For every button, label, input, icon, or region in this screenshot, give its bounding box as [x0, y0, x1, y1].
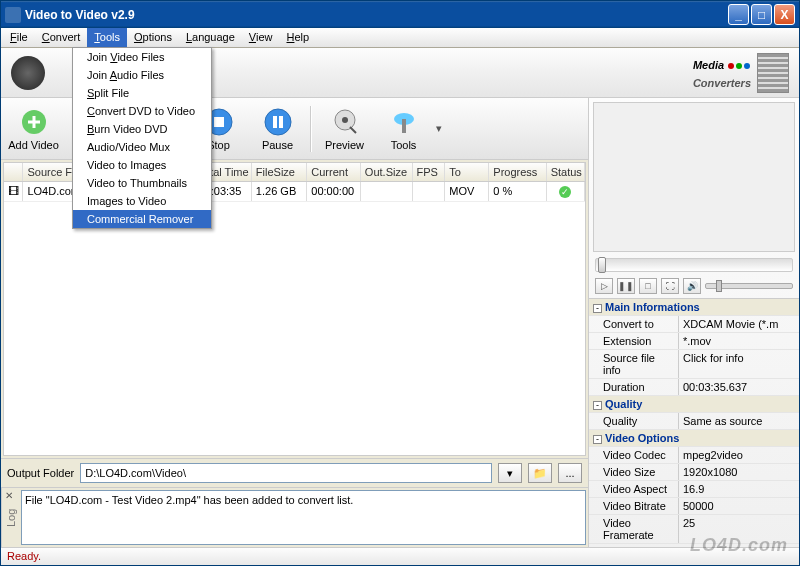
menu-language[interactable]: Language: [179, 28, 242, 47]
preview-panel: [593, 102, 795, 252]
preview-icon: [330, 107, 360, 137]
stop-icon[interactable]: □: [639, 278, 657, 294]
col-filesize[interactable]: FileSize: [252, 163, 307, 181]
prop-row[interactable]: Video Bitrate50000: [589, 498, 799, 515]
col-progress[interactable]: Progress: [489, 163, 546, 181]
menu-item-video-to-thumbnails[interactable]: Video to Thumbnails: [73, 174, 211, 192]
menu-help[interactable]: Help: [280, 28, 317, 47]
prop-category-quality[interactable]: -Quality: [589, 396, 799, 413]
menu-item-convert-dvd-to-video[interactable]: Convert DVD to Video: [73, 102, 211, 120]
volume-slider[interactable]: [705, 283, 793, 289]
minimize-button[interactable]: _: [728, 4, 749, 25]
output-folder-label: Output Folder: [7, 467, 74, 479]
menu-item-burn-video-dvd[interactable]: Burn Video DVD: [73, 120, 211, 138]
prop-row[interactable]: Source file infoClick for info: [589, 350, 799, 379]
add-icon: [19, 107, 49, 137]
film-icon: [757, 53, 789, 93]
menu-tools[interactable]: Tools: [87, 28, 127, 47]
tools-dropdown-arrow[interactable]: ▾: [434, 122, 444, 135]
preview-label: Preview: [325, 139, 364, 151]
menu-item-video-to-images[interactable]: Video to Images: [73, 156, 211, 174]
prop-category-main-informations[interactable]: -Main Informations: [589, 299, 799, 316]
add-video-button[interactable]: Add Video: [5, 101, 62, 157]
fullscreen-icon[interactable]: ⛶: [661, 278, 679, 294]
play-icon[interactable]: ▷: [595, 278, 613, 294]
prop-row[interactable]: Duration00:03:35.637: [589, 379, 799, 396]
menu-file[interactable]: File: [3, 28, 35, 47]
col-status[interactable]: Status: [547, 163, 585, 181]
col-to[interactable]: To: [445, 163, 489, 181]
col-current[interactable]: Current: [307, 163, 361, 181]
brand-logo: Media Converters: [693, 55, 751, 91]
property-grid: -Main InformationsConvert toXDCAM Movie …: [589, 298, 799, 547]
status-bar: Ready.: [1, 547, 799, 565]
preview-controls: ▷ ❚❚ □ ⛶ 🔊: [589, 274, 799, 298]
prop-row[interactable]: QualitySame as source: [589, 413, 799, 430]
add-video-label: Add Video: [8, 139, 59, 151]
col-out-size[interactable]: Out.Size: [361, 163, 413, 181]
titlebar[interactable]: Video to Video v2.9 _ □ X: [1, 1, 799, 28]
menu-item-images-to-video[interactable]: Images to Video: [73, 192, 211, 210]
watermark: LO4D.com: [690, 535, 788, 556]
svg-rect-6: [279, 116, 283, 128]
output-row: Output Folder ▾ 📁 ...: [1, 458, 588, 487]
prop-category-video-options[interactable]: -Video Options: [589, 430, 799, 447]
output-folder-input[interactable]: [80, 463, 492, 483]
pause-button[interactable]: Pause: [249, 101, 306, 157]
volume-icon[interactable]: 🔊: [683, 278, 701, 294]
col-fps[interactable]: FPS: [413, 163, 446, 181]
output-more-button[interactable]: ...: [558, 463, 582, 483]
menu-item-join-video-files[interactable]: Join Video Files: [73, 48, 211, 66]
prop-row[interactable]: Convert toXDCAM Movie (*.m: [589, 316, 799, 333]
right-pane: ▷ ❚❚ □ ⛶ 🔊 -Main InformationsConvert toX…: [589, 98, 799, 547]
output-dropdown-button[interactable]: ▾: [498, 463, 522, 483]
menu-convert[interactable]: Convert: [35, 28, 88, 47]
svg-rect-10: [402, 119, 406, 133]
window-title: Video to Video v2.9: [25, 8, 728, 22]
app-icon: [5, 7, 21, 23]
preview-button[interactable]: Preview: [316, 101, 373, 157]
col-icon[interactable]: [4, 163, 23, 181]
maximize-button[interactable]: □: [751, 4, 772, 25]
prop-row[interactable]: Video Size1920x1080: [589, 464, 799, 481]
pause-icon: [263, 107, 293, 137]
tools-label: Tools: [391, 139, 417, 151]
pause-label: Pause: [262, 139, 293, 151]
menu-item-audio-video-mux[interactable]: Audio/Video Mux: [73, 138, 211, 156]
prop-row[interactable]: Video Aspect16.9: [589, 481, 799, 498]
tools-button[interactable]: Tools: [375, 101, 432, 157]
menu-view[interactable]: View: [242, 28, 280, 47]
reel-icon: [11, 56, 45, 90]
log-close-button[interactable]: ✕: [5, 490, 13, 501]
browse-folder-button[interactable]: 📁: [528, 463, 552, 483]
seek-slider[interactable]: [595, 258, 793, 272]
svg-rect-3: [214, 117, 224, 127]
log-area: Log ✕ File "LO4D.com - Test Video 2.mp4"…: [1, 487, 588, 547]
svg-point-8: [342, 117, 348, 123]
menu-item-split-file[interactable]: Split File: [73, 84, 211, 102]
svg-point-4: [265, 109, 291, 135]
tools-icon: [389, 107, 419, 137]
close-button[interactable]: X: [774, 4, 795, 25]
svg-rect-5: [273, 116, 277, 128]
menu-item-join-audio-files[interactable]: Join Audio Files: [73, 66, 211, 84]
prop-row[interactable]: Extension*.mov: [589, 333, 799, 350]
prop-row[interactable]: Video Codecmpeg2video: [589, 447, 799, 464]
menu-item-commercial-remover[interactable]: Commercial Remover: [73, 210, 211, 228]
menubar: FileConvertToolsOptionsLanguageViewHelp: [1, 28, 799, 48]
menu-options[interactable]: Options: [127, 28, 179, 47]
tools-menu-dropdown: Join Video FilesJoin Audio FilesSplit Fi…: [72, 47, 212, 229]
log-textbox[interactable]: File "LO4D.com - Test Video 2.mp4" has b…: [21, 490, 586, 545]
pause-icon[interactable]: ❚❚: [617, 278, 635, 294]
